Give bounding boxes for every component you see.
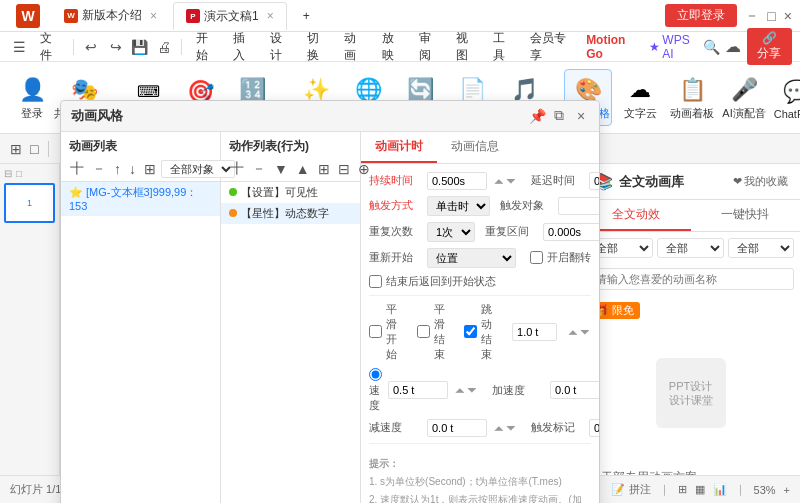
menu-tools[interactable]: 工具 (485, 36, 520, 58)
panel-list-icon[interactable]: □ (16, 168, 22, 179)
menu-design[interactable]: 设计 (262, 36, 297, 58)
repeat-interval-input[interactable] (543, 223, 599, 241)
undo-icon[interactable]: ↩ (80, 36, 102, 58)
jump-end-arrows[interactable]: ⏶⏷ (567, 325, 591, 339)
speed-input[interactable] (388, 381, 448, 399)
toolbar-icon1[interactable]: ⊞ (8, 139, 24, 159)
action-up-btn[interactable]: ▲ (293, 160, 313, 178)
action-dynamic-label: 【星性】动态数字 (241, 206, 329, 221)
smooth-start-input[interactable] (369, 325, 382, 338)
print-icon[interactable]: 🖨 (153, 36, 175, 58)
anim-up-btn[interactable]: ↑ (111, 160, 124, 178)
decel-arrows[interactable]: ⏶⏷ (493, 421, 517, 435)
ribbon-chatppt[interactable]: 💬 ChatPPT (772, 72, 800, 124)
menu-review[interactable]: 审阅 (411, 36, 446, 58)
return-state-input[interactable] (369, 275, 382, 288)
dialog-pin-icon[interactable]: 📌 (529, 108, 545, 124)
slide-thumb-1[interactable]: 1 (4, 183, 55, 223)
zoom-btn[interactable]: + (784, 484, 790, 496)
spell-btn[interactable]: 📝 拼注 (611, 482, 650, 497)
add-tab[interactable]: + (291, 2, 322, 30)
share-button[interactable]: 🔗 分享 (747, 28, 792, 65)
right-panel-fav[interactable]: ❤ 我的收藏 (733, 174, 788, 189)
minimize-icon[interactable]: － (745, 7, 759, 25)
smooth-end-input[interactable] (417, 325, 430, 338)
speed-arrows[interactable]: ⏶⏷ (454, 383, 478, 397)
repeat-select[interactable]: 1次 (427, 222, 475, 242)
login-button[interactable]: 立即登录 (665, 4, 737, 27)
tab-animation-info[interactable]: 动画信息 (437, 132, 513, 163)
menu-hamburger-icon[interactable]: ☰ (8, 36, 30, 58)
anim-down-btn[interactable]: ↓ (126, 160, 139, 178)
return-state-checkbox[interactable]: 结束后返回到开始状态 (369, 274, 496, 289)
action-remove-btn[interactable]: － (249, 159, 269, 179)
presenter-view-icon[interactable]: 📊 (713, 483, 727, 496)
tab-presentation-close[interactable]: × (267, 9, 274, 23)
smooth-start-checkbox[interactable]: 平滑开始 (369, 302, 407, 362)
dialog-close-icon[interactable]: × (573, 108, 589, 124)
dialog-title: 动画风格 (71, 107, 123, 125)
menu-animation[interactable]: 动画 (336, 36, 371, 58)
flip-checkbox-input[interactable] (530, 251, 543, 264)
jump-end-value-input[interactable] (512, 323, 557, 341)
tab-presentation[interactable]: P 演示文稿1 × (173, 2, 287, 30)
smooth-end-checkbox[interactable]: 平滑结束 (417, 302, 455, 362)
tab-intro-close[interactable]: × (150, 9, 157, 23)
action-copy-btn[interactable]: ⊞ (315, 160, 333, 178)
search-input[interactable] (587, 268, 794, 290)
menu-file[interactable]: 文件 (32, 36, 67, 58)
redo-icon[interactable]: ↪ (104, 36, 126, 58)
duration-arrows[interactable]: ⏶⏷ (493, 174, 517, 188)
action-down-btn[interactable]: ▼ (271, 160, 291, 178)
duration-input[interactable] (427, 172, 487, 190)
dialog-restore-icon[interactable]: ⧉ (551, 108, 567, 124)
cloud-icon[interactable]: ☁ (725, 37, 741, 56)
panel-tab-quicktap[interactable]: 一键快抖 (691, 200, 801, 231)
decel-input[interactable] (427, 419, 487, 437)
menu-switch[interactable]: 切换 (299, 36, 334, 58)
filter-select-2[interactable]: 全部 (657, 238, 723, 258)
speed-radio-label[interactable]: 速度 (369, 368, 382, 413)
save-icon[interactable]: 💾 (129, 36, 151, 58)
action-add-btn[interactable]: 十 (227, 159, 247, 179)
action-item-visibility[interactable]: 【设置】可见性 (221, 182, 360, 203)
panel-expand-icon[interactable]: ⊟ (4, 168, 12, 179)
trigger-select[interactable]: 单击时 (427, 196, 490, 216)
ribbon-anim-board[interactable]: 📋 动画着板 (668, 70, 716, 125)
search-icon[interactable]: 🔍 (701, 36, 723, 58)
motion-go-menu[interactable]: Motion Go (578, 31, 641, 63)
anim-copy-btn[interactable]: ⊞ (141, 160, 159, 178)
menu-insert[interactable]: 插入 (225, 36, 260, 58)
menu-start[interactable]: 开始 (188, 36, 223, 58)
decel-row: 减速度 ⏶⏷ 触发标记 (369, 419, 591, 437)
delay-input[interactable] (589, 172, 599, 190)
menu-slideshow[interactable]: 放映 (374, 36, 409, 58)
restart-select[interactable]: 位置 (427, 248, 516, 268)
accel-input[interactable] (550, 381, 599, 399)
anim-list-item[interactable]: ⭐ [MG-文本框3]999,99：153 (61, 182, 220, 216)
trigger-obj-input[interactable] (558, 197, 599, 215)
menu-member[interactable]: 会员专享 (522, 36, 576, 58)
menu-view[interactable]: 视图 (448, 36, 483, 58)
anim-remove-btn[interactable]: － (89, 159, 109, 179)
close-icon[interactable]: × (784, 8, 792, 24)
filter-select-3[interactable]: 全部 (728, 238, 794, 258)
maximize-icon[interactable]: □ (767, 8, 775, 24)
ribbon-login[interactable]: 👤 登录 (8, 70, 56, 125)
tab-animation-timing[interactable]: 动画计时 (361, 132, 437, 163)
action-delete-btn[interactable]: ⊟ (335, 160, 353, 178)
trigger-mark-input[interactable] (589, 419, 599, 437)
filter-row: 全部 全部 全部 (581, 232, 800, 264)
toolbar-icon2[interactable]: □ (28, 139, 40, 159)
normal-view-icon[interactable]: ⊞ (678, 483, 687, 496)
jump-end-checkbox[interactable]: 跳动结束 (464, 302, 502, 362)
anim-add-btn[interactable]: 十 (67, 159, 87, 179)
wps-ai-menu[interactable]: ★ WPS AI (643, 31, 698, 63)
action-item-dynamic[interactable]: 【星性】动态数字 (221, 203, 360, 224)
ribbon-word-cloud[interactable]: ☁ 文字云 (616, 70, 664, 125)
jump-end-input[interactable] (464, 325, 477, 338)
slide-view-icon[interactable]: ▦ (695, 483, 705, 496)
flip-checkbox[interactable]: 开启翻转 (530, 250, 591, 265)
ribbon-ai-voice[interactable]: 🎤 AI演配音 (720, 70, 768, 125)
tab-intro[interactable]: W 新版本介绍 × (52, 2, 169, 30)
